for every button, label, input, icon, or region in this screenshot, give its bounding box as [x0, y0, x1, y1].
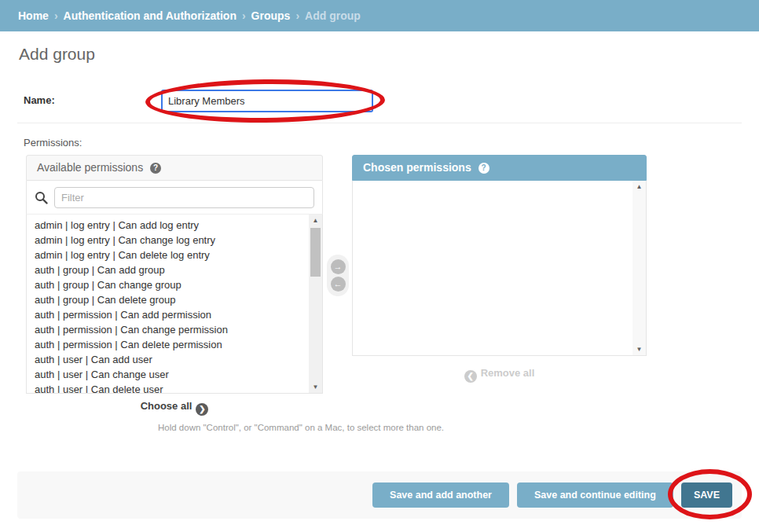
permission-option[interactable]: auth | permission | Can delete permissio…: [35, 337, 303, 352]
move-left-icon[interactable]: ←: [331, 277, 346, 292]
scroll-up-icon[interactable]: ▲: [632, 181, 646, 193]
permission-option[interactable]: admin | log entry | Can delete log entry: [35, 248, 303, 262]
scroll-up-icon[interactable]: ▲: [309, 215, 322, 226]
choose-all-label: Choose all: [141, 400, 192, 412]
permissions-selector: Available permissions ? admin | log entr…: [26, 155, 647, 446]
permissions-label: Permissions:: [24, 137, 82, 149]
permission-option[interactable]: auth | group | Can add group: [35, 262, 303, 277]
permission-option[interactable]: auth | user | Can delete user: [35, 382, 303, 394]
permission-option[interactable]: auth | user | Can change user: [35, 367, 303, 382]
permission-option[interactable]: auth | permission | Can change permissio…: [35, 322, 303, 337]
name-field-row: Name:: [17, 79, 742, 123]
submit-row: Save and add another Save and continue e…: [17, 471, 742, 519]
breadcrumb-separator: ›: [295, 9, 299, 22]
scroll-down-icon[interactable]: ▼: [632, 343, 646, 355]
save-and-continue-button[interactable]: Save and continue editing: [517, 482, 673, 508]
permission-option[interactable]: auth | permission | Can add permission: [35, 307, 303, 322]
multiselect-help-text: Hold down "Control", or "Command" on a M…: [158, 423, 444, 432]
breadcrumb-groups[interactable]: Groups: [251, 9, 291, 22]
help-icon: ?: [150, 163, 161, 174]
name-label: Name:: [24, 94, 55, 106]
breadcrumb-current: Add group: [305, 9, 361, 22]
available-permissions-header: Available permissions ?: [26, 155, 323, 181]
filter-input[interactable]: [54, 187, 314, 208]
chosen-permissions-list: ▲ ▼: [352, 181, 647, 356]
scrollbar[interactable]: ▲ ▼: [632, 181, 646, 355]
name-input[interactable]: [161, 90, 373, 112]
scrollbar-thumb[interactable]: [310, 228, 321, 277]
breadcrumb-auth[interactable]: Authentication and Authorization: [64, 9, 236, 22]
save-and-add-another-button[interactable]: Save and add another: [372, 482, 509, 508]
breadcrumb-separator: ›: [242, 9, 246, 22]
remove-all-link[interactable]: ❮Remove all: [352, 367, 647, 383]
page-title: Add group: [19, 45, 95, 64]
available-permissions-list: admin | log entry | Can add log entry ad…: [26, 215, 323, 394]
scroll-down-icon[interactable]: ▼: [309, 381, 322, 393]
permission-option[interactable]: admin | log entry | Can add log entry: [35, 218, 303, 233]
available-permissions-box: Available permissions ? admin | log entr…: [26, 155, 323, 394]
permission-option[interactable]: admin | log entry | Can change log entry: [35, 233, 303, 248]
choose-all-link[interactable]: Choose all❯: [26, 400, 323, 416]
chosen-permissions-title: Chosen permissions: [363, 161, 471, 174]
move-right-icon[interactable]: →: [331, 259, 346, 274]
remove-all-arrow-icon: ❮: [464, 370, 477, 383]
filter-row: [26, 181, 323, 215]
choose-all-arrow-icon: ❯: [196, 403, 208, 416]
breadcrumb: Home › Authentication and Authorization …: [0, 0, 759, 31]
search-icon: [35, 191, 48, 204]
permission-option[interactable]: auth | user | Can add user: [35, 352, 303, 367]
breadcrumb-separator: ›: [54, 9, 58, 22]
available-permissions-title: Available permissions: [37, 161, 143, 174]
chosen-permissions-box: Chosen permissions ? ▲ ▼: [352, 155, 647, 356]
add-group-page: Home › Authentication and Authorization …: [0, 0, 759, 532]
help-icon: ?: [478, 163, 490, 174]
scrollbar[interactable]: ▲ ▼: [309, 215, 322, 393]
breadcrumb-home[interactable]: Home: [18, 9, 49, 22]
remove-all-label: Remove all: [481, 367, 535, 379]
permission-option[interactable]: auth | group | Can change group: [35, 277, 303, 292]
save-button[interactable]: SAVE: [681, 482, 732, 508]
chooser-arrows: → ←: [327, 255, 349, 296]
permission-option[interactable]: auth | group | Can delete group: [35, 292, 303, 307]
chosen-permissions-header: Chosen permissions ?: [352, 155, 647, 181]
